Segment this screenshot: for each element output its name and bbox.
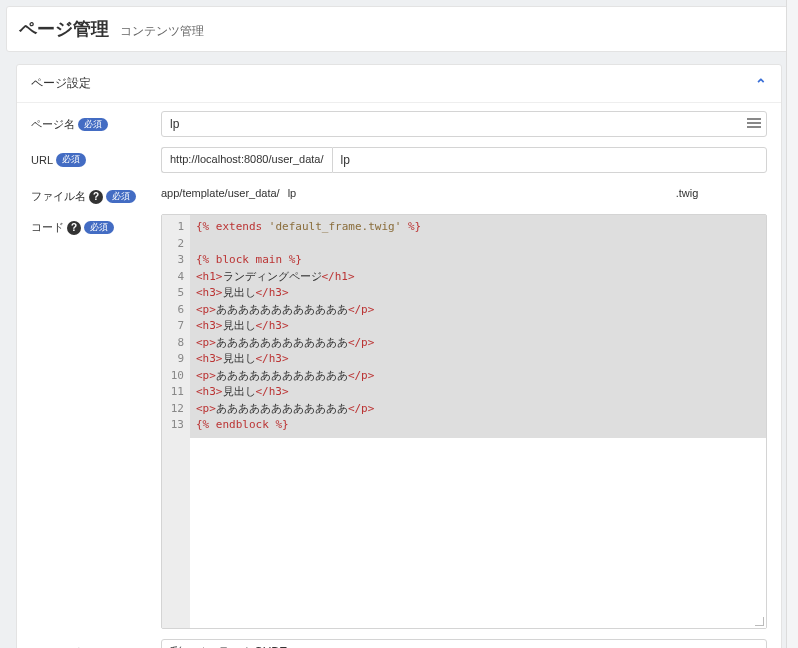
label-url: URL — [31, 154, 53, 166]
page-subtitle: コンテンツ管理 — [120, 24, 204, 38]
section-title: ページ設定 — [31, 75, 91, 92]
required-badge: 必須 — [78, 118, 108, 132]
filename-prefix: app/template/user_data/ — [161, 187, 280, 199]
filename-value: lp — [288, 187, 668, 199]
page-settings-card: ページ設定 ⌃ ページ名 必須 URL 必須 http: — [16, 64, 782, 648]
scrollbar-track[interactable] — [786, 0, 798, 648]
code-lines[interactable]: {% extends 'default_frame.twig' %}{% blo… — [190, 215, 766, 438]
row-url: URL 必須 http://localhost:8080/user_data/ — [31, 147, 767, 173]
page-settings-header[interactable]: ページ設定 ⌃ — [17, 65, 781, 103]
page-name-input[interactable] — [161, 111, 767, 137]
code-empty-area[interactable] — [190, 438, 766, 628]
label-delivery: お届け先入力フォームを表示する商品選択 — [31, 645, 161, 649]
page-header: ページ管理 コンテンツ管理 — [6, 6, 792, 52]
chevron-up-icon[interactable]: ⌃ — [755, 76, 767, 92]
delivery-select[interactable]: 彩のジェラートCUBE — [161, 639, 767, 649]
filename-ext: .twig — [676, 187, 699, 199]
label-code: コード — [31, 220, 64, 235]
help-icon[interactable]: ? — [89, 190, 103, 204]
required-badge: 必須 — [56, 153, 86, 167]
help-icon[interactable]: ? — [67, 221, 81, 235]
row-filename: ファイル名 ? 必須 app/template/user_data/ lp .t… — [31, 183, 767, 204]
code-gutter: 12345678910111213 — [162, 215, 190, 628]
url-prefix: http://localhost:8080/user_data/ — [161, 147, 332, 173]
code-editor[interactable]: 12345678910111213 {% extends 'default_fr… — [161, 214, 767, 629]
label-filename: ファイル名 — [31, 189, 86, 204]
label-page-name: ページ名 — [31, 117, 75, 132]
list-icon[interactable] — [747, 118, 761, 130]
required-badge: 必須 — [84, 221, 114, 235]
row-page-name: ページ名 必須 — [31, 111, 767, 137]
resize-handle-icon[interactable] — [754, 616, 764, 626]
row-code: コード ? 必須 12345678910111213 {% extends 'd… — [31, 214, 767, 629]
url-input[interactable] — [332, 147, 768, 173]
page-title: ページ管理 — [19, 17, 109, 41]
required-badge: 必須 — [106, 190, 136, 204]
row-delivery: お届け先入力フォームを表示する商品選択 彩のジェラートCUBE ▾ — [31, 639, 767, 649]
